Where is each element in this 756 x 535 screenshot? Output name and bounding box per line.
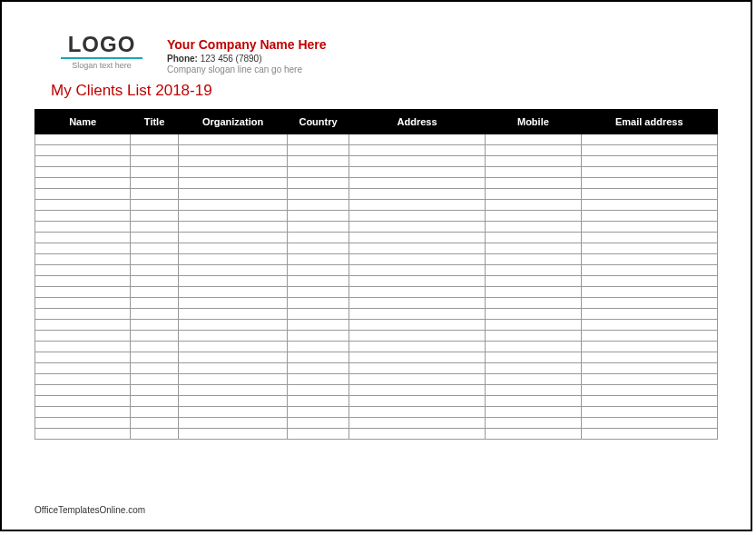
table-cell [35, 134, 131, 145]
table-cell [581, 265, 717, 276]
clients-table: Name Title Organization Country Address … [34, 109, 718, 440]
table-cell [349, 320, 485, 331]
table-cell [486, 342, 581, 352]
table-row [35, 298, 718, 309]
table-cell [35, 298, 131, 309]
table-cell [35, 331, 131, 342]
table-cell [288, 145, 349, 156]
table-cell [581, 178, 717, 189]
table-cell [131, 134, 179, 145]
table-row [35, 189, 718, 200]
table-cell [349, 352, 485, 363]
table-cell [486, 222, 581, 233]
table-cell [486, 396, 581, 407]
table-cell [288, 418, 349, 429]
table-cell [35, 385, 131, 396]
table-cell [131, 200, 179, 211]
table-cell [35, 178, 131, 189]
company-slogan: Company slogan line can go here [167, 64, 327, 74]
table-cell [288, 342, 349, 352]
table-cell [581, 298, 717, 309]
table-cell [349, 342, 485, 352]
table-cell [486, 178, 581, 189]
table-cell [349, 396, 485, 407]
table-cell [349, 178, 485, 189]
col-header-title: Title [131, 110, 179, 134]
table-cell [178, 145, 287, 156]
table-cell [35, 276, 131, 287]
table-cell [131, 265, 179, 276]
phone-value: 123 456 (7890) [201, 54, 262, 64]
table-cell [131, 276, 179, 287]
company-name: Your Company Name Here [167, 37, 327, 52]
table-cell [581, 254, 717, 265]
table-cell [178, 167, 287, 178]
table-cell [581, 167, 717, 178]
table-cell [486, 352, 581, 363]
table-cell [35, 342, 131, 352]
logo-tagline: Slogan text here [47, 61, 156, 70]
table-wrap: Name Title Organization Country Address … [2, 109, 751, 440]
table-cell [349, 134, 485, 145]
table-cell [349, 189, 485, 200]
table-cell [349, 331, 485, 342]
table-cell [288, 134, 349, 145]
table-row [35, 211, 718, 222]
document-page: LOGO Slogan text here Your Company Name … [0, 0, 752, 531]
table-cell [35, 167, 131, 178]
table-row [35, 178, 718, 189]
table-cell [486, 265, 581, 276]
table-cell [35, 374, 131, 385]
table-row [35, 276, 718, 287]
table-cell [35, 396, 131, 407]
col-header-country: Country [288, 110, 349, 134]
table-cell [35, 320, 131, 331]
table-cell [349, 309, 485, 320]
table-cell [581, 222, 717, 233]
table-cell [178, 156, 287, 167]
table-cell [581, 385, 717, 396]
table-cell [486, 233, 581, 243]
table-cell [178, 352, 287, 363]
col-header-email: Email address [581, 110, 717, 134]
table-cell [35, 233, 131, 243]
table-cell [581, 134, 717, 145]
table-cell [178, 298, 287, 309]
table-cell [288, 374, 349, 385]
table-cell [288, 385, 349, 396]
col-header-address: Address [349, 110, 485, 134]
table-cell [349, 374, 485, 385]
table-row [35, 134, 718, 145]
table-cell [131, 429, 179, 440]
table-cell [131, 418, 179, 429]
table-cell [178, 374, 287, 385]
table-cell [131, 320, 179, 331]
table-cell [35, 429, 131, 440]
document-title: My Clients List 2018-19 [51, 82, 751, 100]
table-cell [349, 167, 485, 178]
table-cell [581, 211, 717, 222]
table-row [35, 418, 718, 429]
table-cell [349, 287, 485, 298]
table-cell [486, 298, 581, 309]
table-cell [349, 429, 485, 440]
table-cell [288, 178, 349, 189]
table-cell [178, 385, 287, 396]
table-cell [349, 233, 485, 243]
table-cell [486, 243, 581, 254]
col-header-mobile: Mobile [486, 110, 581, 134]
table-cell [581, 156, 717, 167]
table-cell [288, 331, 349, 342]
table-row [35, 200, 718, 211]
table-cell [288, 396, 349, 407]
table-cell [288, 265, 349, 276]
table-cell [581, 429, 717, 440]
table-cell [131, 396, 179, 407]
table-cell [178, 178, 287, 189]
table-cell [288, 200, 349, 211]
table-cell [288, 211, 349, 222]
table-cell [178, 396, 287, 407]
table-cell [178, 363, 287, 374]
table-row [35, 309, 718, 320]
table-cell [288, 156, 349, 167]
